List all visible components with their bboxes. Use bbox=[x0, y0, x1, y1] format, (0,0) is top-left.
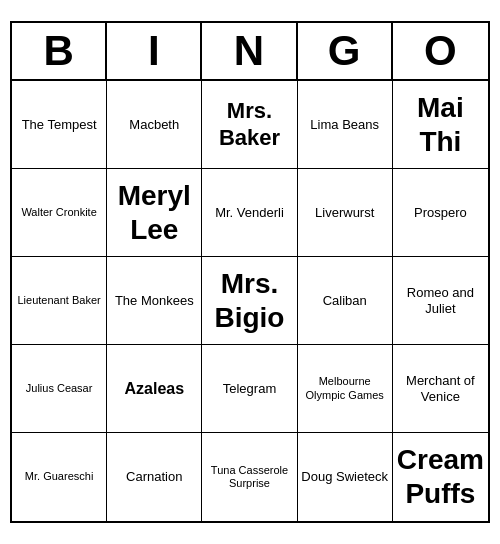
bingo-cell-19: Merchant of Venice bbox=[393, 345, 488, 433]
header-letter-N: N bbox=[202, 23, 297, 79]
bingo-cell-15: Julius Ceasar bbox=[12, 345, 107, 433]
bingo-cell-21: Carnation bbox=[107, 433, 202, 521]
bingo-header: BINGO bbox=[12, 23, 488, 81]
bingo-cell-2: Mrs. Baker bbox=[202, 81, 297, 169]
bingo-cell-18: Melbourne Olympic Games bbox=[298, 345, 393, 433]
bingo-cell-24: Cream Puffs bbox=[393, 433, 488, 521]
bingo-cell-5: Walter Cronkite bbox=[12, 169, 107, 257]
bingo-cell-8: Liverwurst bbox=[298, 169, 393, 257]
bingo-cell-20: Mr. Guareschi bbox=[12, 433, 107, 521]
header-letter-G: G bbox=[298, 23, 393, 79]
bingo-cell-7: Mr. Venderli bbox=[202, 169, 297, 257]
header-letter-B: B bbox=[12, 23, 107, 79]
bingo-cell-23: Doug Swieteck bbox=[298, 433, 393, 521]
header-letter-O: O bbox=[393, 23, 488, 79]
bingo-card: BINGO The TempestMacbethMrs. BakerLima B… bbox=[10, 21, 490, 523]
bingo-cell-4: Mai Thi bbox=[393, 81, 488, 169]
bingo-cell-22: Tuna Casserole Surprise bbox=[202, 433, 297, 521]
bingo-cell-13: Caliban bbox=[298, 257, 393, 345]
header-letter-I: I bbox=[107, 23, 202, 79]
bingo-grid: The TempestMacbethMrs. BakerLima BeansMa… bbox=[12, 81, 488, 521]
bingo-cell-9: Prospero bbox=[393, 169, 488, 257]
bingo-cell-0: The Tempest bbox=[12, 81, 107, 169]
bingo-cell-3: Lima Beans bbox=[298, 81, 393, 169]
bingo-cell-17: Telegram bbox=[202, 345, 297, 433]
bingo-cell-12: Mrs. Bigio bbox=[202, 257, 297, 345]
bingo-cell-16: Azaleas bbox=[107, 345, 202, 433]
bingo-cell-11: The Monkees bbox=[107, 257, 202, 345]
bingo-cell-6: Meryl Lee bbox=[107, 169, 202, 257]
bingo-cell-14: Romeo and Juliet bbox=[393, 257, 488, 345]
bingo-cell-10: Lieutenant Baker bbox=[12, 257, 107, 345]
bingo-cell-1: Macbeth bbox=[107, 81, 202, 169]
